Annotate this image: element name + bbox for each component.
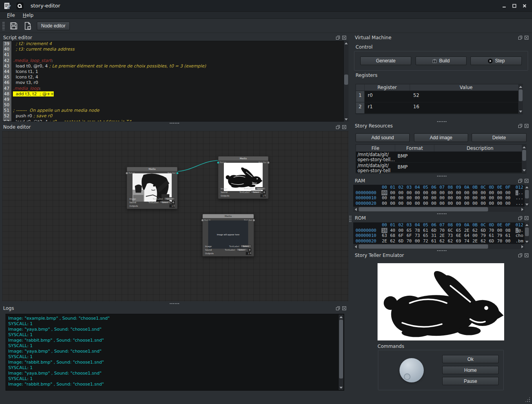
hex-byte[interactable]: 00 <box>456 195 461 201</box>
hex-byte[interactable]: 00 <box>381 195 387 201</box>
hex-byte[interactable]: 00 <box>480 190 486 196</box>
hex-byte[interactable]: 6F <box>398 233 404 238</box>
hex-byte[interactable]: 00 <box>488 190 494 196</box>
generate-button[interactable]: Generate <box>360 56 411 65</box>
hex-byte[interactable]: 00 <box>488 195 494 201</box>
rom-vscrollbar[interactable] <box>525 222 529 244</box>
hex-byte[interactable]: 70 <box>406 238 412 244</box>
hex-byte[interactable]: 00 <box>398 190 404 196</box>
hex-byte[interactable]: 61 <box>505 233 511 238</box>
resource-row[interactable]: /mnt/data/git/open-story-tellBMP <box>356 163 526 174</box>
hex-byte[interactable]: 00 <box>398 201 404 206</box>
port-out-dot[interactable] <box>253 219 255 221</box>
hex-byte[interactable]: 61 <box>431 238 437 244</box>
hex-byte[interactable]: 62 <box>390 238 396 244</box>
save-icon[interactable] <box>9 21 19 31</box>
delete-button[interactable]: Delete <box>472 133 527 142</box>
close-panel-icon[interactable] <box>524 124 529 128</box>
hex-byte[interactable]: 00 <box>406 201 412 206</box>
hex-byte[interactable]: 00 <box>505 190 511 196</box>
hex-byte[interactable]: 00 <box>414 190 420 196</box>
hex-byte[interactable]: 00 <box>414 238 420 244</box>
image-select-button[interactable]: Select <box>241 245 251 247</box>
node-canvas[interactable]: MediaPort InPort Out ImageTextLabelSelec… <box>2 131 349 301</box>
hex-byte[interactable]: 00 <box>390 190 396 196</box>
add-image-button[interactable]: Add image <box>414 133 468 142</box>
hex-byte[interactable]: 00 <box>423 190 429 196</box>
step-button[interactable]: Step <box>470 56 522 65</box>
register-row[interactable]: 2r116 <box>356 102 523 114</box>
hex-byte[interactable]: 00 <box>497 195 503 201</box>
close-icon[interactable] <box>519 2 530 10</box>
maximize-icon[interactable] <box>509 2 519 10</box>
resources-table[interactable]: File Format Description /mnt/data/git/op… <box>356 144 527 173</box>
close-panel-icon[interactable] <box>524 253 529 258</box>
hex-byte[interactable]: 00 <box>439 190 445 196</box>
log-output[interactable]: Image: "example.bmp" , Sound: "choose1.s… <box>5 314 344 391</box>
hex-byte[interactable]: 00 <box>456 201 461 206</box>
media-node[interactable]: MediaPort InPort Out ImageTextLabelSelec… <box>218 156 269 199</box>
hex-byte[interactable]: 62 <box>472 228 478 233</box>
hex-byte[interactable]: 00 <box>398 228 404 233</box>
hex-byte[interactable]: 00 <box>464 190 470 196</box>
sound-select-button[interactable]: Select <box>236 248 247 251</box>
hex-byte[interactable]: 00 <box>406 195 412 201</box>
hex-byte[interactable]: 62 <box>447 238 453 244</box>
hex-byte[interactable]: 16 <box>381 228 387 233</box>
registers-table[interactable]: Register Value 1r0522r116 <box>356 84 523 114</box>
script-editor-scrollbar[interactable] <box>344 41 349 122</box>
add-sound-button[interactable]: Add sound <box>356 133 410 142</box>
close-panel-icon[interactable] <box>524 216 529 220</box>
rotary-knob[interactable] <box>399 358 424 382</box>
hex-byte[interactable]: 65 <box>456 228 461 233</box>
hex-byte[interactable]: 63 <box>381 233 387 238</box>
hex-byte[interactable]: 00 <box>439 201 445 206</box>
hex-byte[interactable]: 00 <box>456 190 461 196</box>
hex-byte[interactable]: 70 <box>488 228 494 233</box>
float-panel-icon[interactable] <box>518 35 523 40</box>
hex-byte[interactable]: 72 <box>423 238 429 244</box>
menu-file[interactable]: File <box>3 12 19 18</box>
float-panel-icon[interactable] <box>518 124 523 128</box>
splitter-resources-ram[interactable] <box>352 175 532 178</box>
node-editor-button[interactable]: Node editor <box>37 22 70 30</box>
image-select-button[interactable]: Select <box>164 197 175 200</box>
hex-byte[interactable]: 79 <box>497 233 503 238</box>
port-in-dot[interactable] <box>126 172 128 174</box>
hex-byte[interactable]: 00 <box>472 201 478 206</box>
hex-byte[interactable]: 00 <box>472 195 478 201</box>
hex-byte[interactable]: 73 <box>447 233 453 238</box>
sound-select-button[interactable]: Select <box>251 191 261 193</box>
hex-byte[interactable]: 00 <box>447 195 453 201</box>
hex-byte[interactable]: 2E <box>472 238 478 244</box>
close-panel-icon[interactable] <box>524 178 529 183</box>
hex-byte[interactable]: 00 <box>439 195 445 201</box>
hex-byte[interactable]: 00 <box>447 201 453 206</box>
hex-byte[interactable]: 00 <box>505 201 511 206</box>
hex-byte[interactable]: 00 <box>497 201 503 206</box>
hex-byte[interactable]: 00 <box>431 201 437 206</box>
ok-button[interactable]: Ok <box>442 355 499 363</box>
minimize-icon[interactable] <box>499 2 509 10</box>
sound-select-button[interactable]: Select <box>160 201 171 204</box>
hex-byte[interactable]: 08 <box>505 228 511 233</box>
script-code[interactable]: 39 ; t2: increment 440 ; t3: current med… <box>2 41 344 122</box>
register-row[interactable]: 1r052 <box>356 91 523 102</box>
hex-byte[interactable]: 74 <box>464 238 470 244</box>
image-select-button[interactable]: Select <box>255 187 266 190</box>
splitter-node-logs[interactable] <box>0 302 349 305</box>
rom-hex-view[interactable]: 000102030405060708090A0B0C0D0E0F01200000… <box>353 222 525 244</box>
hex-byte[interactable]: 00 <box>488 201 494 206</box>
float-panel-icon[interactable] <box>518 253 523 258</box>
hex-byte[interactable]: 00 <box>464 195 470 201</box>
hex-byte[interactable]: 00 <box>381 201 387 206</box>
hex-byte[interactable]: 6E <box>456 233 461 238</box>
port-out-dot[interactable] <box>267 162 269 164</box>
media-node[interactable]: MediaPort InPort Out ImageTextLabelSelec… <box>127 167 178 209</box>
hex-byte[interactable]: 00 <box>472 233 478 238</box>
hex-byte[interactable]: 6F <box>406 233 412 238</box>
build-button[interactable]: Build <box>416 56 467 65</box>
hex-byte[interactable]: 6D <box>431 228 437 233</box>
float-panel-icon[interactable] <box>518 178 523 183</box>
hex-byte[interactable]: 00 <box>480 201 486 206</box>
